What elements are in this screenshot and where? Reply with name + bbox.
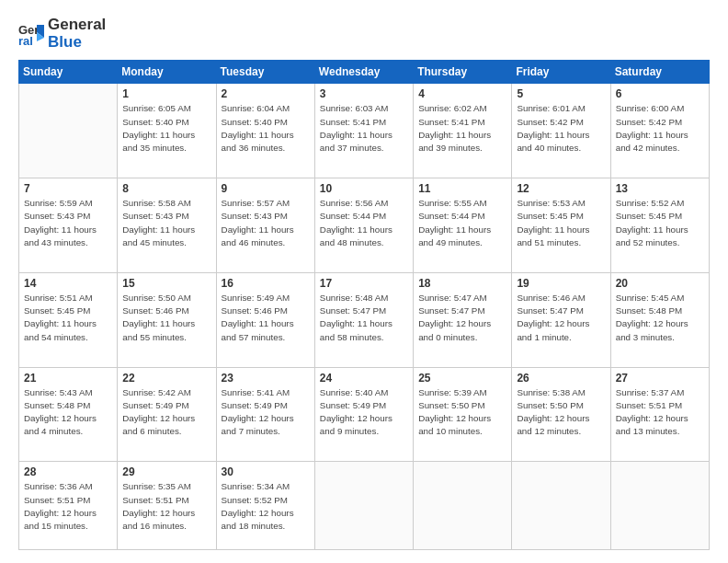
calendar-cell: 20Sunrise: 5:45 AM Sunset: 5:48 PM Dayli… xyxy=(610,272,709,367)
day-info: Sunrise: 5:51 AM Sunset: 5:45 PM Dayligh… xyxy=(24,292,112,344)
day-number: 1 xyxy=(122,87,210,100)
svg-text:ral: ral xyxy=(18,34,33,47)
logo-icon: Gene ral xyxy=(18,21,44,47)
day-number: 9 xyxy=(222,182,310,195)
day-info: Sunrise: 5:46 AM Sunset: 5:47 PM Dayligh… xyxy=(517,292,605,344)
day-number: 15 xyxy=(122,277,210,290)
calendar-cell: 3Sunrise: 6:03 AM Sunset: 5:41 PM Daylig… xyxy=(314,84,413,178)
day-info: Sunrise: 5:42 AM Sunset: 5:49 PM Dayligh… xyxy=(122,386,210,439)
calendar-cell: 5Sunrise: 6:01 AM Sunset: 5:42 PM Daylig… xyxy=(512,84,610,178)
day-info: Sunrise: 5:34 AM Sunset: 5:52 PM Dayligh… xyxy=(222,480,310,533)
day-number: 30 xyxy=(222,465,310,478)
calendar-cell: 26Sunrise: 5:38 AM Sunset: 5:50 PM Dayli… xyxy=(512,367,610,462)
calendar-cell: 29Sunrise: 5:35 AM Sunset: 5:51 PM Dayli… xyxy=(118,462,216,550)
calendar-cell: 17Sunrise: 5:48 AM Sunset: 5:47 PM Dayli… xyxy=(314,272,413,367)
logo: Gene ral General Blue xyxy=(18,17,106,51)
day-info: Sunrise: 5:53 AM Sunset: 5:45 PM Dayligh… xyxy=(517,197,605,249)
calendar-cell: 21Sunrise: 5:43 AM Sunset: 5:48 PM Dayli… xyxy=(19,367,118,462)
day-info: Sunrise: 5:56 AM Sunset: 5:44 PM Dayligh… xyxy=(320,197,408,249)
calendar-cell: 10Sunrise: 5:56 AM Sunset: 5:44 PM Dayli… xyxy=(314,178,413,273)
calendar-cell xyxy=(19,84,118,178)
calendar-cell: 1Sunrise: 6:05 AM Sunset: 5:40 PM Daylig… xyxy=(118,84,216,178)
calendar-week-1: 1Sunrise: 6:05 AM Sunset: 5:40 PM Daylig… xyxy=(19,84,710,178)
day-number: 20 xyxy=(616,277,704,290)
calendar-cell xyxy=(314,462,413,550)
day-info: Sunrise: 6:05 AM Sunset: 5:40 PM Dayligh… xyxy=(122,102,210,155)
day-number: 14 xyxy=(24,277,112,290)
calendar-cell: 16Sunrise: 5:49 AM Sunset: 5:46 PM Dayli… xyxy=(216,272,314,367)
day-number: 11 xyxy=(418,182,506,195)
day-info: Sunrise: 5:39 AM Sunset: 5:50 PM Dayligh… xyxy=(418,386,506,439)
day-info: Sunrise: 5:37 AM Sunset: 5:51 PM Dayligh… xyxy=(616,386,704,439)
day-info: Sunrise: 6:02 AM Sunset: 5:41 PM Dayligh… xyxy=(418,102,506,155)
day-info: Sunrise: 5:43 AM Sunset: 5:48 PM Dayligh… xyxy=(24,386,112,439)
day-info: Sunrise: 5:35 AM Sunset: 5:51 PM Dayligh… xyxy=(122,480,210,533)
day-number: 26 xyxy=(517,372,605,385)
calendar-week-2: 7Sunrise: 5:59 AM Sunset: 5:43 PM Daylig… xyxy=(19,178,710,273)
calendar-cell: 18Sunrise: 5:47 AM Sunset: 5:47 PM Dayli… xyxy=(414,272,512,367)
day-info: Sunrise: 5:58 AM Sunset: 5:43 PM Dayligh… xyxy=(122,197,210,249)
calendar-cell xyxy=(610,462,709,550)
day-number: 13 xyxy=(616,182,704,195)
calendar-page: Gene ral General Blue SundayMondayTuesda… xyxy=(0,0,728,563)
calendar-cell: 15Sunrise: 5:50 AM Sunset: 5:46 PM Dayli… xyxy=(118,272,216,367)
calendar-week-3: 14Sunrise: 5:51 AM Sunset: 5:45 PM Dayli… xyxy=(19,272,710,367)
day-info: Sunrise: 5:45 AM Sunset: 5:48 PM Dayligh… xyxy=(616,292,704,344)
calendar-cell: 6Sunrise: 6:00 AM Sunset: 5:42 PM Daylig… xyxy=(610,84,709,178)
day-number: 17 xyxy=(320,277,408,290)
day-number: 16 xyxy=(222,277,310,290)
calendar-cell: 7Sunrise: 5:59 AM Sunset: 5:43 PM Daylig… xyxy=(19,178,118,273)
calendar-header-friday: Friday xyxy=(512,61,610,84)
day-number: 21 xyxy=(24,372,112,385)
calendar-cell: 13Sunrise: 5:52 AM Sunset: 5:45 PM Dayli… xyxy=(610,178,709,273)
day-info: Sunrise: 5:55 AM Sunset: 5:44 PM Dayligh… xyxy=(418,197,506,249)
day-number: 19 xyxy=(517,277,605,290)
calendar-cell: 12Sunrise: 5:53 AM Sunset: 5:45 PM Dayli… xyxy=(512,178,610,273)
day-info: Sunrise: 5:48 AM Sunset: 5:47 PM Dayligh… xyxy=(320,292,408,344)
calendar-cell: 25Sunrise: 5:39 AM Sunset: 5:50 PM Dayli… xyxy=(414,367,512,462)
day-number: 28 xyxy=(24,465,112,478)
calendar-cell: 8Sunrise: 5:58 AM Sunset: 5:43 PM Daylig… xyxy=(118,178,216,273)
calendar-header-monday: Monday xyxy=(118,61,216,84)
calendar-header-row: SundayMondayTuesdayWednesdayThursdayFrid… xyxy=(19,61,710,84)
day-number: 5 xyxy=(517,87,605,100)
calendar-cell: 14Sunrise: 5:51 AM Sunset: 5:45 PM Dayli… xyxy=(19,272,118,367)
header: Gene ral General Blue xyxy=(18,17,710,51)
day-info: Sunrise: 6:04 AM Sunset: 5:40 PM Dayligh… xyxy=(222,102,310,155)
calendar-cell: 9Sunrise: 5:57 AM Sunset: 5:43 PM Daylig… xyxy=(216,178,314,273)
day-info: Sunrise: 5:47 AM Sunset: 5:47 PM Dayligh… xyxy=(418,292,506,344)
day-number: 12 xyxy=(517,182,605,195)
day-number: 18 xyxy=(418,277,506,290)
day-number: 6 xyxy=(616,87,704,100)
calendar-header-tuesday: Tuesday xyxy=(216,61,314,84)
logo-text: General Blue xyxy=(48,17,106,51)
day-number: 27 xyxy=(616,372,704,385)
day-info: Sunrise: 5:40 AM Sunset: 5:49 PM Dayligh… xyxy=(320,386,408,439)
day-number: 7 xyxy=(24,182,112,195)
day-number: 4 xyxy=(418,87,506,100)
calendar-cell: 4Sunrise: 6:02 AM Sunset: 5:41 PM Daylig… xyxy=(414,84,512,178)
calendar-header-sunday: Sunday xyxy=(19,61,118,84)
day-info: Sunrise: 5:36 AM Sunset: 5:51 PM Dayligh… xyxy=(24,480,112,533)
day-number: 3 xyxy=(320,87,408,100)
calendar-header-thursday: Thursday xyxy=(414,61,512,84)
day-info: Sunrise: 6:03 AM Sunset: 5:41 PM Dayligh… xyxy=(320,102,408,155)
day-number: 10 xyxy=(320,182,408,195)
calendar-cell: 11Sunrise: 5:55 AM Sunset: 5:44 PM Dayli… xyxy=(414,178,512,273)
calendar-cell: 28Sunrise: 5:36 AM Sunset: 5:51 PM Dayli… xyxy=(19,462,118,550)
day-info: Sunrise: 5:38 AM Sunset: 5:50 PM Dayligh… xyxy=(517,386,605,439)
day-number: 25 xyxy=(418,372,506,385)
calendar-header-saturday: Saturday xyxy=(610,61,709,84)
calendar-cell: 22Sunrise: 5:42 AM Sunset: 5:49 PM Dayli… xyxy=(118,367,216,462)
calendar-cell: 19Sunrise: 5:46 AM Sunset: 5:47 PM Dayli… xyxy=(512,272,610,367)
calendar-header-wednesday: Wednesday xyxy=(314,61,413,84)
calendar-cell xyxy=(414,462,512,550)
day-info: Sunrise: 5:57 AM Sunset: 5:43 PM Dayligh… xyxy=(222,197,310,249)
day-info: Sunrise: 6:00 AM Sunset: 5:42 PM Dayligh… xyxy=(616,102,704,155)
day-number: 24 xyxy=(320,372,408,385)
calendar-week-5: 28Sunrise: 5:36 AM Sunset: 5:51 PM Dayli… xyxy=(19,462,710,550)
calendar-cell: 2Sunrise: 6:04 AM Sunset: 5:40 PM Daylig… xyxy=(216,84,314,178)
calendar-cell: 23Sunrise: 5:41 AM Sunset: 5:49 PM Dayli… xyxy=(216,367,314,462)
day-info: Sunrise: 5:50 AM Sunset: 5:46 PM Dayligh… xyxy=(122,292,210,344)
day-info: Sunrise: 5:41 AM Sunset: 5:49 PM Dayligh… xyxy=(222,386,310,439)
